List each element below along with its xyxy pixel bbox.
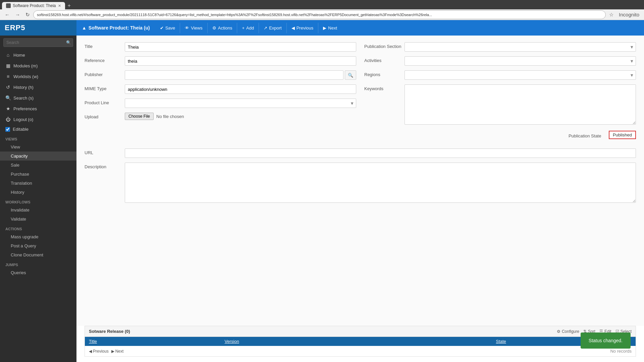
publisher-input[interactable] xyxy=(125,70,343,80)
modules-icon: ▦ xyxy=(5,63,11,68)
title-row: Title xyxy=(85,42,356,52)
export-button[interactable]: ↗ Export xyxy=(259,23,287,33)
up-icon: ▲ xyxy=(82,25,87,31)
regions-row: Regions ▼ xyxy=(364,70,636,80)
url-row: URL xyxy=(85,148,636,158)
editable-checkbox[interactable] xyxy=(5,127,10,132)
jumps-section-header: JUMPS xyxy=(0,259,76,268)
url-input[interactable] xyxy=(125,148,636,158)
description-textarea[interactable] xyxy=(125,163,636,203)
next-button[interactable]: ▶ Next xyxy=(318,23,342,33)
forward-btn[interactable]: → xyxy=(13,10,22,19)
publication-section-label: Publication Section xyxy=(364,42,405,49)
mime-type-input[interactable] xyxy=(125,84,356,94)
sidebar-item-worklists[interactable]: ≡ Worklists (w) xyxy=(0,71,76,82)
reference-row: Reference xyxy=(85,56,356,66)
keywords-textarea[interactable] xyxy=(405,84,636,125)
file-upload-wrap: Choose File No file chosen xyxy=(125,113,356,120)
logout-icon: ⏻ xyxy=(5,117,11,122)
page-title: ▲ Software Product: Theia (u) xyxy=(82,25,150,31)
publication-section-row: Publication Section ▼ xyxy=(364,42,636,52)
configure-icon: ⚙ xyxy=(557,329,560,334)
save-icon: ✔ xyxy=(160,25,164,31)
configure-btn[interactable]: ⚙ Configure xyxy=(557,329,579,334)
main-content: ▲ Software Product: Theia (u) ✔ Save 👁 V… xyxy=(76,20,644,362)
reference-label: Reference xyxy=(85,56,125,63)
sidebar-subitem-history[interactable]: History xyxy=(0,188,76,197)
address-bar[interactable] xyxy=(33,10,606,19)
activities-select[interactable] xyxy=(405,56,636,66)
sidebar-subitem-queries[interactable]: Queries xyxy=(0,268,76,277)
sidebar-subitem-capacity[interactable]: Capacity xyxy=(0,152,76,161)
next-page-btn[interactable]: ▶ Next xyxy=(111,349,124,354)
home-icon: ⌂ xyxy=(5,52,11,58)
mime-type-row: MIME Type xyxy=(85,84,356,94)
toolbar: ✔ Save 👁 Views ⚙ Actions + Add ↗ Expo xyxy=(155,23,639,33)
sidebar-item-home[interactable]: ⌂ Home xyxy=(0,50,76,60)
col-title[interactable]: Title xyxy=(89,339,225,344)
actions-section-header: ACTIONS xyxy=(0,224,76,232)
col-version[interactable]: Version xyxy=(225,339,496,344)
subtable-header: Sotware Release (0) ⚙ Configure ⇅ Sort ☰… xyxy=(85,326,636,337)
regions-label: Regions xyxy=(364,70,405,77)
sidebar-logo[interactable]: ERP5 xyxy=(0,20,76,36)
add-icon: + xyxy=(242,25,245,31)
sidebar-item-label: Preferences xyxy=(13,106,37,111)
bookmark-btn[interactable]: ☆ xyxy=(607,10,615,19)
sidebar-item-logout[interactable]: ⏻ Logout (o) xyxy=(0,114,76,125)
sidebar-item-preferences[interactable]: ★ Preferences xyxy=(0,103,76,114)
tab-close-btn[interactable]: ✕ xyxy=(58,4,61,8)
views-button[interactable]: 👁 Views xyxy=(180,23,207,33)
sidebar-subitem-mass-upgrade[interactable]: Mass upgrade xyxy=(0,232,76,241)
next-page-icon: ▶ xyxy=(111,349,114,354)
tab-title: Software Product: Theia xyxy=(13,3,56,8)
sidebar-subitem-view[interactable]: View xyxy=(0,142,76,152)
publisher-search-btn[interactable]: 🔍 xyxy=(345,70,356,80)
publisher-row: Publisher 🔍 xyxy=(85,70,356,80)
search-input[interactable] xyxy=(3,38,73,47)
title-input[interactable] xyxy=(125,42,356,52)
browser-tab[interactable]: Software Product: Theia ✕ xyxy=(2,2,65,9)
preferences-icon: ★ xyxy=(5,106,11,111)
regions-select[interactable] xyxy=(405,70,636,80)
subtable-pagination: ◀ Previous ▶ Next No records xyxy=(85,346,636,356)
sidebar-item-label: Modules (m) xyxy=(13,63,38,68)
new-tab-btn[interactable]: + xyxy=(65,3,73,9)
sidebar-subitem-purchase[interactable]: Purchase xyxy=(0,170,76,179)
product-line-select[interactable] xyxy=(125,99,356,108)
add-button[interactable]: + Add xyxy=(237,23,259,33)
back-btn[interactable]: ← xyxy=(3,10,12,19)
sidebar-subitem-sale[interactable]: Sale xyxy=(0,161,76,170)
sidebar-subitem-clone-document[interactable]: Clone Document xyxy=(0,250,76,259)
next-icon: ▶ xyxy=(323,25,326,31)
activities-select-wrap: ▼ xyxy=(405,56,636,66)
sidebar-subitem-invalidate[interactable]: Invalidate xyxy=(0,205,76,215)
sidebar-subitem-validate[interactable]: Validate xyxy=(0,215,76,224)
publication-section-select-wrap: ▼ xyxy=(405,42,636,52)
publication-section-select[interactable] xyxy=(405,42,636,52)
sidebar-item-modules[interactable]: ▦ Modules (m) xyxy=(0,60,76,71)
history-icon: ↺ xyxy=(5,84,11,90)
sidebar-subitem-post-query[interactable]: Post a Query xyxy=(0,241,76,250)
sidebar-search-container: 🔍 xyxy=(0,36,76,50)
sidebar-item-history[interactable]: ↺ History (h) xyxy=(0,82,76,93)
tab-favicon xyxy=(6,3,11,8)
save-button[interactable]: ✔ Save xyxy=(155,23,180,33)
keywords-label: Keywords xyxy=(364,84,405,91)
sidebar-item-search[interactable]: 🔍 Search (s) xyxy=(0,93,76,103)
description-label: Description xyxy=(85,163,125,169)
logo-text: ERP5 xyxy=(5,23,25,32)
upload-row: Upload Choose File No file chosen xyxy=(85,113,356,120)
no-file-label: No file chosen xyxy=(156,114,184,119)
subtable-section: Sotware Release (0) ⚙ Configure ⇅ Sort ☰… xyxy=(85,326,636,357)
user-btn[interactable]: Incognito xyxy=(617,10,641,19)
description-row: Description xyxy=(85,163,636,203)
actions-button[interactable]: ⚙ Actions xyxy=(208,23,237,33)
prev-page-btn[interactable]: ◀ Previous xyxy=(89,349,109,354)
export-icon: ↗ xyxy=(264,25,267,31)
sidebar-subitem-translation[interactable]: Translation xyxy=(0,179,76,188)
choose-file-btn[interactable]: Choose File xyxy=(125,113,154,120)
previous-button[interactable]: ◀ Previous xyxy=(287,23,319,33)
reload-btn[interactable]: ↻ xyxy=(23,10,32,19)
reference-input[interactable] xyxy=(125,56,356,66)
